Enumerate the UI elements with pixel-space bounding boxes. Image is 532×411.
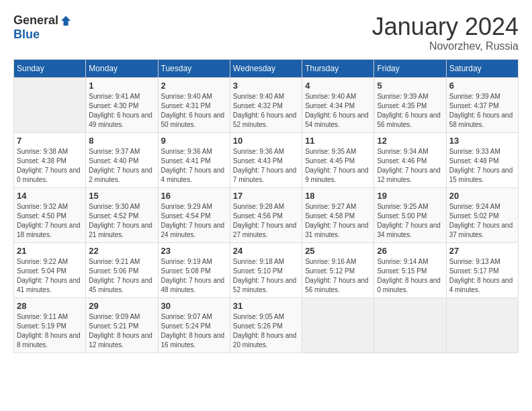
calendar-cell: 29Sunrise: 9:09 AMSunset: 5:21 PMDayligh… — [86, 298, 158, 353]
calendar-cell: 22Sunrise: 9:21 AMSunset: 5:06 PMDayligh… — [86, 242, 158, 298]
day-number: 28 — [17, 301, 83, 311]
day-info: Sunrise: 9:07 AMSunset: 5:24 PMDaylight:… — [161, 312, 227, 350]
calendar-cell: 2Sunrise: 9:40 AMSunset: 4:31 PMDaylight… — [158, 77, 230, 132]
day-info: Sunrise: 9:05 AMSunset: 5:26 PMDaylight:… — [233, 312, 299, 350]
day-info: Sunrise: 9:32 AMSunset: 4:50 PMDaylight:… — [17, 202, 83, 240]
day-info: Sunrise: 9:19 AMSunset: 5:08 PMDaylight:… — [161, 257, 227, 295]
svg-marker-0 — [61, 15, 71, 25]
calendar-week-row: 1Sunrise: 9:41 AMSunset: 4:30 PMDaylight… — [14, 77, 519, 132]
day-number: 8 — [89, 136, 154, 146]
day-info: Sunrise: 9:40 AMSunset: 4:34 PMDaylight:… — [305, 92, 371, 130]
day-number: 17 — [233, 191, 299, 201]
day-info: Sunrise: 9:38 AMSunset: 4:38 PMDaylight:… — [17, 147, 83, 185]
calendar-cell: 19Sunrise: 9:25 AMSunset: 5:00 PMDayligh… — [374, 187, 446, 242]
calendar-week-row: 14Sunrise: 9:32 AMSunset: 4:50 PMDayligh… — [14, 187, 519, 242]
day-number: 7 — [17, 136, 83, 146]
day-info: Sunrise: 9:16 AMSunset: 5:12 PMDaylight:… — [305, 257, 371, 295]
day-info: Sunrise: 9:18 AMSunset: 5:10 PMDaylight:… — [233, 257, 299, 295]
day-number: 14 — [17, 191, 83, 201]
title-block: January 2024 Novorzhev, Russia — [372, 13, 519, 52]
logo-general-text: General — [13, 13, 58, 28]
day-number: 20 — [449, 191, 515, 201]
calendar-cell: 12Sunrise: 9:34 AMSunset: 4:46 PMDayligh… — [374, 132, 446, 187]
day-info: Sunrise: 9:39 AMSunset: 4:37 PMDaylight:… — [449, 92, 515, 130]
day-info: Sunrise: 9:30 AMSunset: 4:52 PMDaylight:… — [89, 202, 154, 240]
calendar-cell: 17Sunrise: 9:28 AMSunset: 4:56 PMDayligh… — [230, 187, 302, 242]
day-number: 19 — [377, 191, 443, 201]
day-number: 3 — [233, 81, 299, 91]
calendar-cell: 14Sunrise: 9:32 AMSunset: 4:50 PMDayligh… — [14, 187, 86, 242]
calendar-cell: 6Sunrise: 9:39 AMSunset: 4:37 PMDaylight… — [446, 77, 518, 132]
calendar-cell: 9Sunrise: 9:36 AMSunset: 4:41 PMDaylight… — [158, 132, 230, 187]
weekday-header-saturday: Saturday — [446, 59, 518, 77]
day-info: Sunrise: 9:09 AMSunset: 5:21 PMDaylight:… — [89, 312, 154, 350]
calendar-cell: 18Sunrise: 9:27 AMSunset: 4:58 PMDayligh… — [302, 187, 374, 242]
day-info: Sunrise: 9:34 AMSunset: 4:46 PMDaylight:… — [377, 147, 443, 185]
day-number: 29 — [89, 301, 154, 311]
day-info: Sunrise: 9:37 AMSunset: 4:40 PMDaylight:… — [89, 147, 154, 185]
day-info: Sunrise: 9:33 AMSunset: 4:48 PMDaylight:… — [449, 147, 515, 185]
day-info: Sunrise: 9:21 AMSunset: 5:06 PMDaylight:… — [89, 257, 154, 295]
day-number: 25 — [305, 246, 371, 256]
calendar-cell: 26Sunrise: 9:14 AMSunset: 5:15 PMDayligh… — [374, 242, 446, 298]
day-number: 2 — [161, 81, 227, 91]
weekday-header-thursday: Thursday — [302, 59, 374, 77]
calendar-cell: 10Sunrise: 9:36 AMSunset: 4:43 PMDayligh… — [230, 132, 302, 187]
day-number: 11 — [305, 136, 371, 146]
day-number: 9 — [161, 136, 227, 146]
day-number: 4 — [305, 81, 371, 91]
day-info: Sunrise: 9:41 AMSunset: 4:30 PMDaylight:… — [89, 92, 154, 130]
weekday-header-row: SundayMondayTuesdayWednesdayThursdayFrid… — [14, 59, 519, 77]
day-info: Sunrise: 9:29 AMSunset: 4:54 PMDaylight:… — [161, 202, 227, 240]
day-info: Sunrise: 9:40 AMSunset: 4:32 PMDaylight:… — [233, 92, 299, 130]
day-number: 5 — [377, 81, 443, 91]
location-subtitle: Novorzhev, Russia — [372, 40, 519, 52]
calendar-cell: 23Sunrise: 9:19 AMSunset: 5:08 PMDayligh… — [158, 242, 230, 298]
day-info: Sunrise: 9:24 AMSunset: 5:02 PMDaylight:… — [449, 202, 515, 240]
day-number: 21 — [17, 246, 83, 256]
calendar-cell: 16Sunrise: 9:29 AMSunset: 4:54 PMDayligh… — [158, 187, 230, 242]
day-number: 10 — [233, 136, 299, 146]
calendar-cell: 11Sunrise: 9:35 AMSunset: 4:45 PMDayligh… — [302, 132, 374, 187]
calendar-cell: 20Sunrise: 9:24 AMSunset: 5:02 PMDayligh… — [446, 187, 518, 242]
calendar-cell: 13Sunrise: 9:33 AMSunset: 4:48 PMDayligh… — [446, 132, 518, 187]
day-number: 12 — [377, 136, 443, 146]
logo-icon — [60, 15, 72, 27]
calendar-cell: 24Sunrise: 9:18 AMSunset: 5:10 PMDayligh… — [230, 242, 302, 298]
day-info: Sunrise: 9:14 AMSunset: 5:15 PMDaylight:… — [377, 257, 443, 295]
calendar-cell: 21Sunrise: 9:22 AMSunset: 5:04 PMDayligh… — [14, 242, 86, 298]
calendar-week-row: 28Sunrise: 9:11 AMSunset: 5:19 PMDayligh… — [14, 298, 519, 353]
calendar-week-row: 21Sunrise: 9:22 AMSunset: 5:04 PMDayligh… — [14, 242, 519, 298]
calendar-cell: 4Sunrise: 9:40 AMSunset: 4:34 PMDaylight… — [302, 77, 374, 132]
calendar-week-row: 7Sunrise: 9:38 AMSunset: 4:38 PMDaylight… — [14, 132, 519, 187]
day-info: Sunrise: 9:36 AMSunset: 4:41 PMDaylight:… — [161, 147, 227, 185]
weekday-header-friday: Friday — [374, 59, 446, 77]
calendar-cell: 5Sunrise: 9:39 AMSunset: 4:35 PMDaylight… — [374, 77, 446, 132]
calendar-cell: 1Sunrise: 9:41 AMSunset: 4:30 PMDaylight… — [86, 77, 158, 132]
calendar-cell — [14, 77, 86, 132]
day-info: Sunrise: 9:11 AMSunset: 5:19 PMDaylight:… — [17, 312, 83, 350]
month-title: January 2024 — [372, 13, 519, 40]
day-number: 31 — [233, 301, 299, 311]
day-number: 22 — [89, 246, 154, 256]
day-number: 26 — [377, 246, 443, 256]
day-number: 6 — [449, 81, 515, 91]
day-number: 13 — [449, 136, 515, 146]
calendar-cell: 28Sunrise: 9:11 AMSunset: 5:19 PMDayligh… — [14, 298, 86, 353]
logo-blue-text: Blue — [13, 28, 40, 42]
calendar-cell: 15Sunrise: 9:30 AMSunset: 4:52 PMDayligh… — [86, 187, 158, 242]
calendar-cell: 27Sunrise: 9:13 AMSunset: 5:17 PMDayligh… — [446, 242, 518, 298]
weekday-header-monday: Monday — [86, 59, 158, 77]
day-info: Sunrise: 9:22 AMSunset: 5:04 PMDaylight:… — [17, 257, 83, 295]
day-number: 18 — [305, 191, 371, 201]
calendar-cell — [374, 298, 446, 353]
day-info: Sunrise: 9:40 AMSunset: 4:31 PMDaylight:… — [161, 92, 227, 130]
calendar-table: SundayMondayTuesdayWednesdayThursdayFrid… — [13, 59, 519, 353]
calendar-cell — [446, 298, 518, 353]
day-number: 23 — [161, 246, 227, 256]
day-number: 30 — [161, 301, 227, 311]
logo: General Blue — [13, 13, 72, 42]
weekday-header-wednesday: Wednesday — [230, 59, 302, 77]
day-number: 1 — [89, 81, 154, 91]
day-number: 15 — [89, 191, 154, 201]
